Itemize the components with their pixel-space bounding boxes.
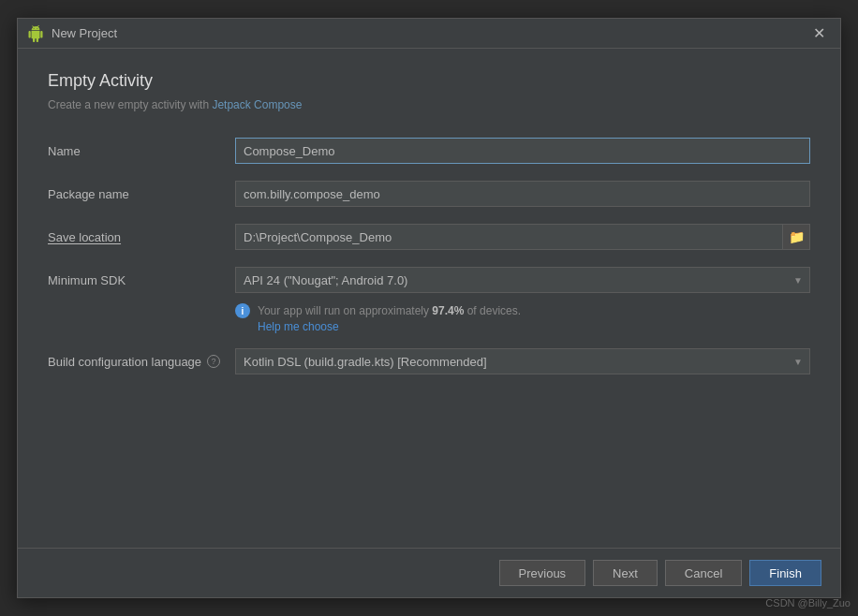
close-button[interactable]: ✕ <box>807 24 831 43</box>
dialog-content: Empty Activity Create a new empty activi… <box>18 49 840 548</box>
info-icon: i <box>235 303 250 318</box>
minimum-sdk-select[interactable]: API 24 ("Nougat"; Android 7.0) <box>235 267 810 293</box>
save-location-label: Save location <box>48 230 235 244</box>
build-config-wrapper: Kotlin DSL (build.gradle.kts) [Recommend… <box>235 348 810 374</box>
name-row: Name <box>48 138 810 164</box>
dialog-footer: Previous Next Cancel Finish <box>18 548 840 597</box>
build-config-label: Build configuration language ? <box>48 355 235 369</box>
package-name-label: Package name <box>48 187 235 201</box>
build-config-select[interactable]: Kotlin DSL (build.gradle.kts) [Recommend… <box>235 348 810 374</box>
new-project-dialog: New Project ✕ Empty Activity Create a ne… <box>17 18 841 598</box>
build-config-help-icon[interactable]: ? <box>207 355 220 368</box>
save-location-row: Save location 📁 <box>48 224 810 250</box>
help-me-choose-link[interactable]: Help me choose <box>258 320 339 333</box>
save-location-input[interactable] <box>235 224 782 250</box>
sdk-info-row: i Your app will run on approximately 97.… <box>235 302 810 333</box>
save-location-field: 📁 <box>235 224 810 250</box>
minimum-sdk-wrapper: API 24 ("Nougat"; Android 7.0) ▼ <box>235 267 810 293</box>
sdk-info-text: Your app will run on approximately 97.4%… <box>258 302 521 333</box>
package-name-row: Package name <box>48 181 810 207</box>
package-name-input[interactable] <box>235 181 810 207</box>
subtitle-highlight: Jetpack Compose <box>212 98 302 111</box>
page-title: Empty Activity <box>48 71 810 91</box>
folder-icon: 📁 <box>789 229 805 244</box>
next-button[interactable]: Next <box>593 560 658 586</box>
title-bar: New Project ✕ <box>18 19 840 49</box>
name-label: Name <box>48 144 235 158</box>
name-input[interactable] <box>235 138 810 164</box>
minimum-sdk-row: Minimum SDK API 24 ("Nougat"; Android 7.… <box>48 267 810 293</box>
browse-folder-button[interactable]: 📁 <box>782 224 810 250</box>
page-subtitle: Create a new empty activity with Jetpack… <box>48 98 810 111</box>
watermark: CSDN @Billy_Zuo <box>765 597 851 609</box>
minimum-sdk-label: Minimum SDK <box>48 273 235 287</box>
dialog-title: New Project <box>52 26 117 40</box>
subtitle-text: Create a new empty activity with <box>48 98 209 111</box>
finish-button[interactable]: Finish <box>749 560 821 586</box>
previous-button[interactable]: Previous <box>499 560 586 586</box>
title-bar-left: New Project <box>27 25 117 42</box>
cancel-button[interactable]: Cancel <box>665 560 742 586</box>
build-config-row: Build configuration language ? Kotlin DS… <box>48 348 810 374</box>
android-icon <box>27 25 44 42</box>
